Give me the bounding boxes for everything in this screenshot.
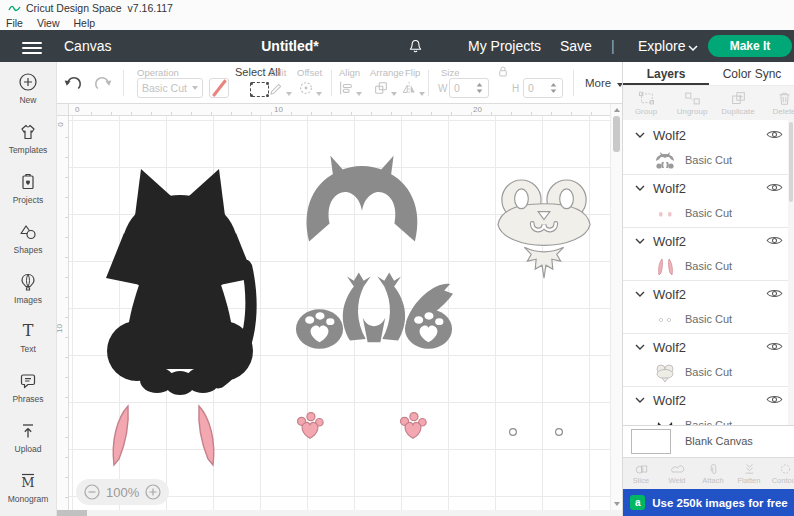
canvas-shape-pink-paw-right[interactable] (398, 410, 428, 442)
sidebar-item-new[interactable]: New (0, 72, 56, 105)
explore-menu[interactable]: Explore (638, 38, 685, 54)
scroll-down-arrow[interactable] (614, 502, 620, 506)
tab-color-sync[interactable]: Color Sync (709, 62, 794, 85)
eye-icon[interactable] (766, 182, 783, 193)
slice-icon (634, 462, 649, 476)
layer-thumbnail (653, 310, 677, 330)
height-stepper[interactable] (550, 82, 557, 94)
layer-row[interactable]: Basic Cut (623, 307, 794, 334)
my-projects-link[interactable]: My Projects (468, 38, 541, 54)
panel-scrollbar[interactable] (788, 120, 794, 425)
canvas-shape-pink-ear-right[interactable] (193, 404, 219, 468)
width-input[interactable] (449, 78, 489, 98)
sidebar-item-templates[interactable]: Templates (0, 122, 56, 155)
layer-group-header[interactable]: Wolf2 (623, 122, 794, 148)
design-canvas[interactable]: 0 10 20 0 10 (57, 104, 622, 516)
group-button[interactable]: Group (623, 86, 669, 120)
flatten-button[interactable]: Flatten (731, 458, 767, 489)
horizontal-scroll-thumb[interactable] (57, 510, 87, 516)
chevron-down-icon[interactable] (635, 132, 645, 138)
panel-scroll-thumb[interactable] (789, 122, 793, 202)
sidebar-item-images[interactable]: Images (0, 272, 56, 305)
notifications-bell-icon[interactable] (407, 38, 424, 55)
canvas-shape-gray-body-parts[interactable] (293, 270, 455, 352)
eye-icon[interactable] (766, 394, 783, 405)
layer-group-header[interactable]: Wolf2 (623, 228, 794, 254)
ungroup-button[interactable]: Ungroup (669, 86, 715, 120)
redo-icon[interactable] (93, 75, 113, 93)
zoom-in-button[interactable] (145, 484, 161, 500)
menu-help[interactable]: Help (74, 17, 96, 29)
arrange-icon[interactable] (373, 80, 397, 96)
color-swatch[interactable] (209, 78, 229, 98)
edit-pencil-icon[interactable] (268, 80, 292, 96)
weld-button[interactable]: Weld (659, 458, 695, 489)
canvas-shape-cream-face[interactable] (495, 178, 593, 282)
layer-group-header[interactable]: Wolf2 (623, 281, 794, 307)
layer-group: Wolf2 Basic Cut (623, 281, 794, 334)
chevron-down-icon[interactable] (635, 185, 645, 191)
sidebar-item-shapes[interactable]: Shapes (0, 222, 56, 255)
canvas-shape-small-circle-right[interactable] (554, 427, 564, 437)
canvas-shape-gray-head-mask[interactable] (298, 153, 426, 253)
chevron-down-icon[interactable] (635, 344, 645, 350)
sidebar-item-projects[interactable]: Projects (0, 172, 56, 205)
layer-row[interactable]: Basic Cut (623, 360, 794, 387)
align-icon[interactable] (338, 80, 362, 96)
scroll-up-arrow[interactable] (614, 108, 620, 112)
more-button[interactable]: More (585, 77, 623, 89)
save-button[interactable]: Save (560, 38, 592, 54)
document-title[interactable]: Untitled* (261, 38, 319, 54)
sidebar-item-text[interactable]: T Text (0, 321, 56, 354)
zoom-out-button[interactable] (84, 484, 100, 500)
canvas-shape-small-circle-left[interactable] (508, 427, 518, 437)
delete-button[interactable]: Delete (761, 86, 794, 120)
chevron-down-icon[interactable] (635, 397, 645, 403)
svg-text:T: T (23, 321, 34, 340)
lock-icon[interactable] (497, 65, 509, 78)
height-input[interactable] (523, 78, 563, 98)
vertical-scrollbar[interactable] (610, 104, 622, 510)
eye-icon[interactable] (766, 288, 783, 299)
menu-view[interactable]: View (37, 17, 60, 29)
offset-icon[interactable] (298, 80, 322, 96)
sidebar-item-monogram[interactable]: M Monogram (0, 471, 56, 504)
layer-row[interactable]: Basic Cut (623, 148, 794, 175)
contour-button[interactable]: Contour (767, 458, 794, 489)
select-all-icon[interactable] (250, 82, 269, 97)
hamburger-menu-icon[interactable] (22, 39, 42, 57)
window-titlebar: Cricut Design Space v7.16.117 (0, 0, 794, 16)
layer-row[interactable]: Basic Cut (623, 201, 794, 228)
chevron-down-icon[interactable] (635, 291, 645, 297)
sidebar-item-phrases[interactable]: Phrases (0, 371, 56, 404)
width-stepper[interactable] (476, 82, 483, 94)
attach-button[interactable]: Attach (695, 458, 731, 489)
left-sidebar: New Templates Projects Shapes Images T T… (0, 62, 57, 516)
duplicate-button[interactable]: Duplicate (715, 86, 761, 120)
canvas-shape-black-fox-body[interactable] (95, 145, 265, 395)
vertical-scroll-thumb[interactable] (613, 116, 620, 152)
layer-group-header[interactable]: Wolf2 (623, 175, 794, 201)
eye-icon[interactable] (766, 341, 783, 352)
images-promo-banner[interactable]: a Use 250k images for free (623, 489, 794, 516)
horizontal-scrollbar[interactable] (57, 510, 622, 516)
layer-group-header[interactable]: Wolf2 (623, 387, 794, 413)
panel-tabs: Layers Color Sync (623, 62, 794, 86)
layer-group-header[interactable]: Wolf2 (623, 334, 794, 360)
eye-icon[interactable] (766, 235, 783, 246)
tab-layers[interactable]: Layers (623, 62, 709, 85)
slice-button[interactable]: Slice (623, 458, 659, 489)
layer-row[interactable]: Basic Cut (623, 254, 794, 281)
flip-icon[interactable] (401, 80, 425, 96)
sidebar-item-upload[interactable]: Upload (0, 421, 56, 454)
undo-icon[interactable] (63, 75, 83, 93)
blank-canvas-row[interactable]: Blank Canvas (623, 425, 794, 457)
menu-file[interactable]: File (6, 17, 23, 29)
make-it-button[interactable]: Make It (708, 35, 792, 57)
offset-label: Offset (297, 67, 322, 78)
chevron-down-icon[interactable] (635, 238, 645, 244)
canvas-shape-pink-ear-left[interactable] (108, 404, 134, 468)
operation-dropdown[interactable]: Basic Cut (137, 78, 203, 98)
canvas-shape-pink-paw-left[interactable] (295, 410, 325, 442)
eye-icon[interactable] (766, 129, 783, 140)
